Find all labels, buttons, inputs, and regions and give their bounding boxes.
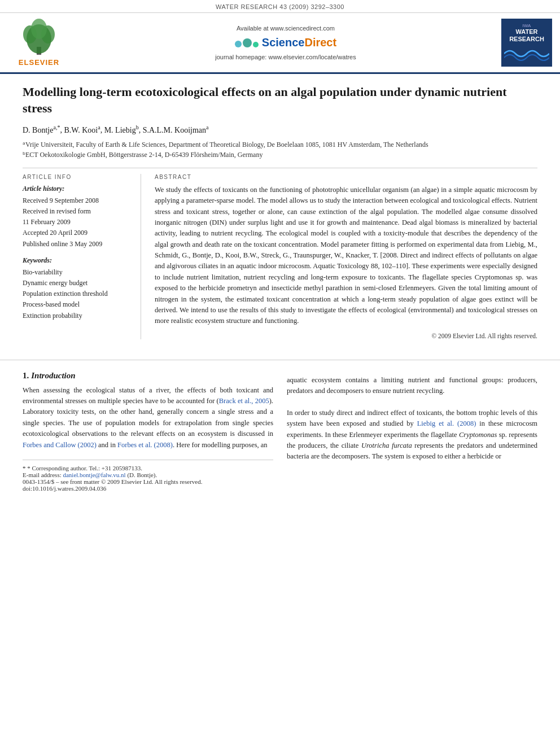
elsevier-tree-icon [16, 19, 62, 57]
abstract-column: ABSTRACT We study the effects of toxican… [155, 174, 537, 339]
ref-forbes-callow[interactable]: Forbes and Callow (2002) [23, 441, 97, 449]
available-text: Available at www.sciencedirect.com [237, 25, 335, 32]
body-left-column: 1. Introduction When assessing the ecolo… [23, 370, 273, 492]
ref-forbes-et-al[interactable]: Forbes et al. (2008) [117, 441, 173, 449]
author1: D. Bontje [23, 126, 53, 134]
article-info-column: ARTICLE INFO Article history: Received 9… [23, 174, 141, 339]
elsevier-text: ELSEVIER [19, 58, 59, 67]
top-banner: ELSEVIER Available at www.sciencedirect.… [0, 13, 560, 74]
keywords-label: Keywords: [23, 256, 132, 265]
keywords-section: Keywords: Bio-variability Dynamic energy… [23, 256, 132, 321]
author3: M. Liebig [104, 126, 136, 134]
article-info-header: ARTICLE INFO [23, 174, 132, 180]
author2-sup: a [98, 124, 100, 130]
author2: B.W. Kooi [64, 126, 98, 134]
doi-line: doi:10.1016/j.watres.2009.04.036 [23, 485, 273, 492]
divider-1 [23, 168, 537, 168]
received-date: Received 9 September 2008 [23, 195, 132, 206]
page: WATER RESEARCH 43 (2009) 3292–3300 ELSEV… [0, 0, 560, 747]
main-body: 1. Introduction When assessing the ecolo… [0, 360, 560, 497]
published-date: Published online 3 May 2009 [23, 239, 132, 250]
section1-header: 1. Introduction [23, 370, 273, 381]
accepted-date: Accepted 20 April 2009 [23, 228, 132, 238]
center-banner: Available at www.sciencedirect.com Scien… [76, 19, 496, 67]
author4-sup: a [206, 124, 208, 130]
water-research-logo: IWA WATER RESEARCH [501, 19, 552, 67]
email-link[interactable]: daniel.bontje@falw.vu.nl [63, 471, 125, 478]
sd-wordmark: ScienceDirect [262, 36, 336, 49]
abstract-text: We study the effects of toxicants on the… [155, 185, 537, 327]
svg-point-4 [31, 19, 47, 39]
keyword1: Bio-variability [23, 267, 132, 278]
abstract-header: ABSTRACT [155, 174, 537, 180]
revised-date: 11 February 2009 [23, 217, 132, 228]
email-line: E-mail address: daniel.bontje@falw.vu.nl… [23, 471, 273, 478]
article-title: Modelling long-term ecotoxicological eff… [23, 84, 537, 116]
keyword2: Dynamic energy budget [23, 278, 132, 289]
ref-liebig[interactable]: Liebig et al. (2008) [417, 420, 476, 427]
sciencedirect-logo: ScienceDirect [235, 36, 336, 49]
history-label: Article history: [23, 185, 132, 193]
authors-line: D. Bontjea,*, B.W. Kooia, M. Liebigb, S.… [23, 124, 537, 135]
section1-title: Introduction [31, 371, 75, 380]
section1-number: 1. [23, 371, 29, 380]
section1-paragraph1: When assessing the ecological status of … [23, 385, 273, 451]
author3-sup: b [136, 124, 139, 130]
body-columns: 1. Introduction When assessing the ecolo… [23, 370, 537, 492]
copyright: © 2009 Elsevier Ltd. All rights reserved… [155, 333, 537, 339]
journal-citation: WATER RESEARCH 43 (2009) 3292–3300 [216, 3, 344, 10]
water-research-title: WATER RESEARCH [504, 28, 550, 43]
section1-paragraph2: aquatic ecosystem contains a limiting nu… [287, 375, 537, 462]
paper-content: Modelling long-term ecotoxicological eff… [0, 74, 560, 351]
corresponding-author: * * Corresponding author. Tel.: +31 2059… [23, 465, 273, 471]
wave-icon [504, 45, 549, 62]
sd-icon [235, 38, 259, 47]
issn-line: 0043-1354/$ – see front matter © 2009 El… [23, 478, 273, 485]
keyword4: Process-based model [23, 299, 132, 310]
elsevier-logo: ELSEVIER [8, 19, 70, 67]
affiliations: ᵃVrije Universiteit, Faculty of Earth & … [23, 139, 537, 160]
footnote-section: * * Corresponding author. Tel.: +31 2059… [23, 460, 273, 492]
keyword5: Extinction probability [23, 311, 132, 321]
author4: S.A.L.M. Kooijman [143, 126, 206, 134]
keyword3: Population extinction threshold [23, 289, 132, 299]
author1-sup: a,* [53, 124, 60, 130]
ref-brack[interactable]: Brack et al., 2005 [219, 397, 269, 405]
journal-homepage: journal homepage: www.elsevier.com/locat… [215, 54, 356, 60]
affiliation-b: ᵇECT Oekotoxikologie GmbH, Böttgerstrass… [23, 150, 537, 160]
journal-header: WATER RESEARCH 43 (2009) 3292–3300 [0, 0, 560, 13]
received-revised-label: Received in revised form [23, 206, 132, 217]
info-abstract-columns: ARTICLE INFO Article history: Received 9… [23, 174, 537, 339]
iwa-label: IWA [523, 23, 531, 28]
affiliation-a: ᵃVrije Universiteit, Faculty of Earth & … [23, 139, 537, 150]
body-right-column: aquatic ecosystem contains a limiting nu… [287, 370, 537, 492]
